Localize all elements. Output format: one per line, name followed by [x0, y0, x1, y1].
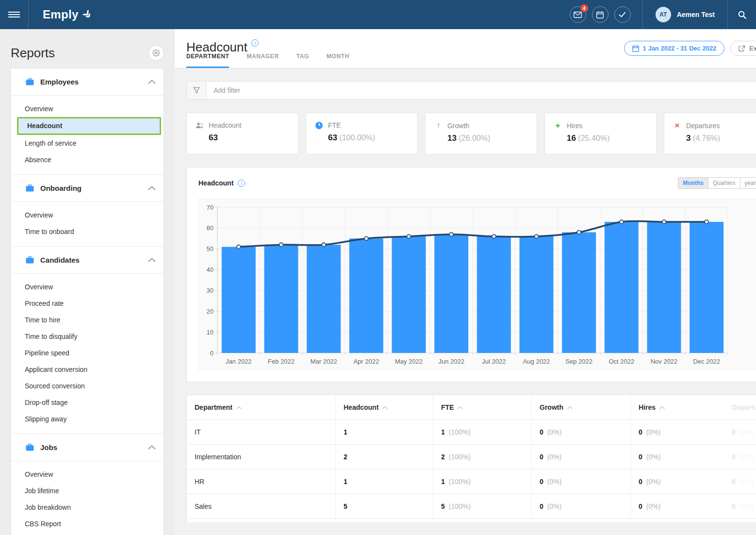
- sidebar-title: Reports: [11, 46, 55, 61]
- sidebar-item-pipeline-speed[interactable]: Pipeline speed: [11, 345, 164, 361]
- sidebar-section-jobs: JobsOverviewJob lifetimeJob breakdownCBS…: [11, 434, 164, 535]
- column-header-department[interactable]: Department: [187, 395, 335, 419]
- sidebar-section-employees: EmployeesOverviewHeadcountLength of serv…: [11, 68, 164, 174]
- sidebar-item-proceed-rate[interactable]: Proceed rate: [11, 295, 164, 312]
- cell-hires: 0(0%): [630, 494, 723, 518]
- kpi-card-fte: FTE63 (100.00%): [306, 113, 418, 154]
- toggle-months[interactable]: Months: [678, 178, 708, 188]
- growth-value: 0: [540, 478, 543, 485]
- sidebar-item-sourced-conversion[interactable]: Sourced conversion: [11, 378, 164, 394]
- cell-departures: 0(0%): [723, 420, 756, 444]
- cell-department: Sales: [187, 494, 335, 518]
- kpi-value: 63: [209, 133, 218, 142]
- cell-hires: 0(0%): [630, 469, 723, 494]
- kpi-card-departures: ×Departures3 (4.76%): [664, 113, 756, 154]
- sidebar-item-slipping-away[interactable]: Slipping away: [11, 411, 164, 427]
- sidebar-settings-button[interactable]: [148, 45, 164, 61]
- calendar-button[interactable]: [592, 6, 608, 23]
- sidebar-section-items: OverviewProceed rateTime to hireTime to …: [11, 274, 164, 434]
- sidebar-item-time-to-onboard[interactable]: Time to onboard: [11, 223, 164, 240]
- sidebar-item-absence[interactable]: Absence: [11, 151, 164, 168]
- sidebar-item-applicant-conversion[interactable]: Applicant conversion: [11, 361, 164, 378]
- sidebar-item-time-to-hire[interactable]: Time to hire: [11, 312, 164, 328]
- svg-text:Sep 2022: Sep 2022: [565, 358, 592, 365]
- add-filter-input[interactable]: [207, 82, 756, 99]
- column-header-label: Growth: [540, 403, 563, 411]
- tasks-button[interactable]: [614, 6, 631, 23]
- cell-growth: 0(0%): [531, 494, 630, 518]
- search-button[interactable]: [728, 0, 756, 29]
- kpi-header: ↑Growth: [434, 121, 528, 130]
- cell-growth: 0(0%): [531, 469, 630, 494]
- column-header-fte[interactable]: FTE: [433, 395, 531, 419]
- sidebar-item-time-to-disqualify[interactable]: Time to disqualify: [11, 328, 164, 345]
- sidebar-section-header-jobs[interactable]: Jobs: [11, 434, 164, 461]
- department-name: HR: [195, 478, 204, 485]
- filter-button[interactable]: [187, 82, 207, 99]
- sidebar-section-header-candidates[interactable]: Candidates: [11, 247, 164, 274]
- fte-value: 1: [441, 478, 445, 485]
- date-range-button[interactable]: 1 Jan 2022 - 31 Dec 2022: [624, 41, 725, 56]
- app-logo[interactable]: Emply: [43, 8, 93, 21]
- column-header-growth[interactable]: Growth: [531, 395, 630, 419]
- table-row-it: IT11(100%)0(0%)0(0%)0(0%): [187, 419, 756, 444]
- sidebar-item-overview[interactable]: Overview: [11, 207, 164, 223]
- sidebar-item-length-of-service[interactable]: Length of service: [11, 135, 164, 151]
- messages-button[interactable]: 4: [570, 6, 586, 23]
- kpi-label: Headcount: [209, 121, 242, 129]
- user-name: Aemen Test: [677, 11, 715, 18]
- tab-manager[interactable]: MANAGER: [247, 53, 279, 68]
- tab-tag[interactable]: TAG: [296, 53, 309, 68]
- chart-info-icon[interactable]: i: [238, 180, 245, 187]
- chevron-up-icon: [148, 258, 156, 262]
- cell-growth: 0(0%): [531, 445, 630, 469]
- people-icon: [196, 122, 204, 129]
- export-button[interactable]: Export: [730, 41, 756, 56]
- hires-percent: (0%): [646, 453, 661, 461]
- briefcase-icon: [26, 184, 34, 192]
- svg-text:Oct 2022: Oct 2022: [608, 358, 634, 365]
- growth-value: 0: [540, 502, 543, 510]
- page-title: Headcount: [186, 41, 247, 53]
- kpi-value: 63: [328, 133, 337, 142]
- column-header-hires[interactable]: Hires: [630, 395, 723, 419]
- hires-percent: (0%): [646, 478, 661, 485]
- sidebar-item-cbs-report[interactable]: CBS Report: [11, 516, 164, 532]
- tab-month[interactable]: MONTH: [327, 53, 349, 68]
- toggle-quarters[interactable]: Quarters: [708, 178, 740, 188]
- column-header-headcount[interactable]: Headcount: [335, 395, 433, 419]
- next-row-sliver: [187, 518, 756, 522]
- departures-percent: (0%): [740, 502, 754, 510]
- kpi-header: FTE: [315, 121, 409, 129]
- sidebar-item-drop-off-stage[interactable]: Drop-off stage: [11, 394, 164, 411]
- sort-caret-icon: [382, 406, 388, 409]
- sidebar-item-job-breakdown[interactable]: Job breakdown: [11, 499, 164, 516]
- hires-percent: (0%): [646, 502, 661, 510]
- cell-growth: 0(0%): [531, 420, 630, 444]
- hamburger-menu-button[interactable]: [0, 0, 29, 29]
- toggle-years[interactable]: years: [740, 178, 756, 188]
- sidebar-item-overview[interactable]: Overview: [11, 279, 164, 295]
- kpi-label: FTE: [328, 121, 341, 129]
- sidebar-item-job-lifetime[interactable]: Job lifetime: [11, 483, 164, 499]
- headcount-value: 5: [344, 502, 347, 510]
- departures-value: 0: [732, 478, 736, 485]
- svg-text:Mar 2022: Mar 2022: [311, 358, 337, 365]
- table-row-implementation: Implementation22(100%)0(0%)0(0%)0(0%): [187, 444, 756, 469]
- tab-department[interactable]: DEPARTMENT: [186, 53, 229, 68]
- sidebar-item-overview[interactable]: Overview: [11, 100, 164, 117]
- plus-icon: +: [554, 121, 562, 130]
- kpi-card-hires: +Hires16 (25.40%): [544, 113, 657, 154]
- user-menu[interactable]: AT Aemen Test: [643, 7, 727, 22]
- app-logo-text: Emply: [43, 8, 79, 21]
- sidebar-section-header-employees[interactable]: Employees: [11, 68, 164, 96]
- cell-department: Implementation: [187, 445, 335, 469]
- info-icon[interactable]: i: [251, 39, 259, 47]
- kpi-percent: (4.76%): [690, 134, 720, 142]
- svg-text:50: 50: [207, 245, 214, 252]
- sidebar-item-headcount[interactable]: Headcount: [17, 117, 161, 135]
- sidebar-item-overview[interactable]: Overview: [11, 466, 164, 483]
- sidebar-section-label: Candidates: [40, 256, 148, 264]
- sidebar-section-header-onboarding[interactable]: Onboarding: [11, 175, 164, 202]
- search-icon: [738, 11, 746, 19]
